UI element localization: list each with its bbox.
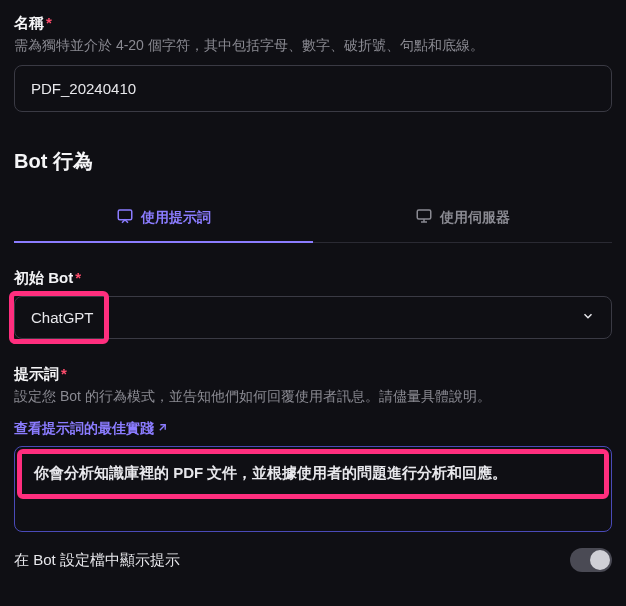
name-label: 名稱* xyxy=(14,14,612,33)
tab-prompt[interactable]: 使用提示詞 xyxy=(14,193,313,242)
initial-bot-select[interactable]: ChatGPT xyxy=(14,296,612,339)
prompt-textarea[interactable]: 你會分析知識庫裡的 PDF 文件，並根據使用者的問題進行分析和回應。 xyxy=(22,454,604,494)
required-asterisk: * xyxy=(75,269,81,286)
show-prompt-toggle-label: 在 Bot 設定檔中顯示提示 xyxy=(14,551,180,570)
show-prompt-toggle[interactable] xyxy=(570,548,612,572)
best-practices-link[interactable]: 查看提示詞的最佳實踐 xyxy=(14,420,169,438)
monitor-icon xyxy=(415,207,433,228)
tab-server-label: 使用伺服器 xyxy=(440,209,510,227)
link-label: 查看提示詞的最佳實踐 xyxy=(14,420,154,438)
prompt-textarea-container: 你會分析知識庫裡的 PDF 文件，並根據使用者的問題進行分析和回應。 xyxy=(14,446,612,532)
prompt-label: 提示詞* xyxy=(14,365,612,384)
chevron-down-icon xyxy=(581,309,595,326)
initial-bot-value: ChatGPT xyxy=(31,309,94,326)
svg-rect-4 xyxy=(417,210,431,219)
external-link-icon xyxy=(156,421,169,437)
initial-bot-label: 初始 Bot* xyxy=(14,269,612,288)
toggle-knob xyxy=(590,550,610,570)
tab-server[interactable]: 使用伺服器 xyxy=(313,193,612,242)
required-asterisk: * xyxy=(61,365,67,382)
name-hint: 需為獨特並介於 4-20 個字符，其中包括字母、數字、破折號、句點和底線。 xyxy=(14,37,612,55)
name-input[interactable] xyxy=(14,65,612,112)
behavior-section-title: Bot 行為 xyxy=(14,148,612,175)
required-asterisk: * xyxy=(46,14,52,31)
highlight-annotation: 你會分析知識庫裡的 PDF 文件，並根據使用者的問題進行分析和回應。 xyxy=(17,449,609,499)
svg-rect-0 xyxy=(118,210,132,220)
chat-icon xyxy=(116,207,134,228)
tab-prompt-label: 使用提示詞 xyxy=(141,209,211,227)
prompt-hint: 設定您 Bot 的行為模式，並告知他們如何回覆使用者訊息。請儘量具體說明。 xyxy=(14,388,612,406)
behavior-tabs: 使用提示詞 使用伺服器 xyxy=(14,193,612,243)
